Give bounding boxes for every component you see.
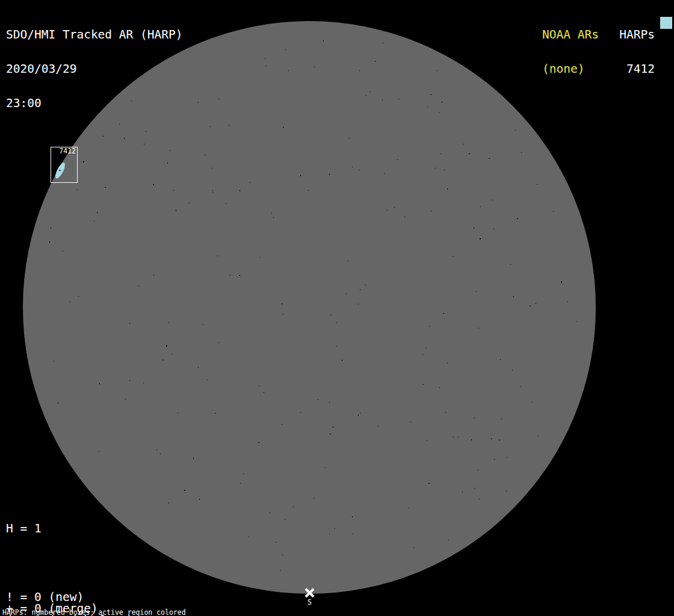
noise-speck [382,100,383,100]
noise-speck [494,459,495,460]
noise-speck [265,58,265,59]
noise-speck [521,386,521,387]
time-text: 23:00 [6,97,183,109]
noise-speck [176,210,176,211]
noise-speck [453,256,453,257]
noise-speck [474,488,475,488]
noise-speck [476,291,477,292]
noise-speck [282,555,283,555]
noise-speck [360,413,360,413]
noise-speck [500,359,501,360]
noise-speck [49,242,50,243]
noise-speck [210,126,211,127]
noise-speck [567,301,568,302]
noise-speck [250,182,250,183]
noise-speck [429,326,430,327]
noise-speck [479,499,480,499]
footnote-caption: HARPs: numbered boxes; active region col… [2,594,244,616]
noise-speck [63,251,63,251]
noise-speck [156,449,157,450]
noise-speck [397,159,398,160]
noise-speck [493,229,494,229]
noise-speck [530,306,531,306]
noise-speck [160,454,161,454]
noise-speck [239,275,240,276]
noise-speck [444,170,445,170]
noise-speck [230,275,230,276]
noise-speck [285,519,285,520]
noise-speck [206,380,208,380]
noise-speck [480,206,481,207]
noise-speck [352,516,353,517]
noise-speck [506,491,507,491]
noise-speck [259,386,259,386]
noise-speck [431,211,431,211]
noise-speck [491,439,492,439]
noise-speck [499,440,500,440]
noise-speck [300,175,301,176]
noise-speck [172,354,173,354]
noise-speck [366,95,366,96]
noise-speck [271,213,272,214]
noise-speck [517,218,518,219]
noise-speck [512,370,513,371]
noise-speck [329,402,330,403]
noise-speck [258,442,259,443]
noise-speck [146,131,146,132]
noise-speck [77,189,78,190]
noise-speck [447,363,448,363]
noise-speck [515,130,516,131]
noise-speck [83,161,84,162]
noise-speck [425,348,426,348]
noise-speck [489,158,490,159]
noaa-ars-value: (none) [542,63,599,75]
date-text: 2020/03/29 [6,63,183,75]
noise-speck [199,499,200,500]
noise-speck [492,200,493,200]
noise-speck [212,190,213,191]
noise-speck [561,282,562,283]
noise-speck [478,470,478,470]
noise-speck [300,412,301,413]
noise-speck [184,490,185,491]
noise-speck [462,491,463,492]
noise-speck [293,507,294,507]
noise-speck [398,99,399,99]
noise-speck [404,217,405,217]
noise-speck [167,162,168,164]
caption-harps-line: HARPs: numbered boxes; active region col… [2,609,244,616]
noise-speck [333,427,333,428]
noise-speck [437,70,437,71]
noise-speck [463,144,464,144]
noise-speck [478,328,479,328]
noise-speck [138,286,139,286]
noise-speck [369,91,370,92]
noise-speck [409,508,409,508]
noise-speck [349,138,350,138]
noise-speck [173,190,174,191]
noise-speck [308,190,309,191]
noise-speck [442,102,442,103]
page-title: SDO/HMI Tracked AR (HARP) [6,29,183,40]
noise-speck [375,61,376,62]
noise-speck [249,537,249,537]
noise-speck [329,174,330,175]
noise-speck [383,43,383,43]
noise-speck [507,457,507,458]
noise-speck [513,297,514,297]
noise-speck [58,402,58,404]
noise-speck [353,534,353,534]
south-pole-label: S [304,599,315,606]
noise-speck [318,399,318,400]
noise-speck [215,413,215,414]
noise-speck [51,227,51,229]
noise-speck [266,66,267,66]
harp-color-swatch-icon [660,17,672,29]
noise-speck [170,150,170,151]
noise-speck [78,296,79,297]
south-pole-cross-icon [304,588,315,598]
noise-speck [427,440,427,441]
noise-speck [441,153,441,154]
noise-speck [217,256,218,256]
noise-speck [536,303,536,304]
